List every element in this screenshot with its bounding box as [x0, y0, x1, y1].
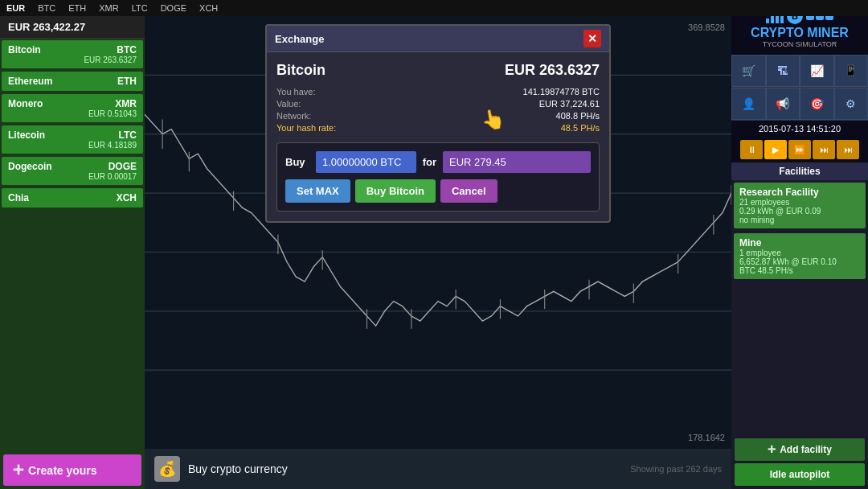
litecoin-price: EUR 4.18189 — [8, 141, 137, 150]
facility-mine[interactable]: Mine 1 employee 6,652.87 kWh @ EUR 0.10 … — [734, 233, 866, 279]
for-label: for — [423, 156, 436, 168]
chart-button[interactable]: 📈 — [800, 55, 834, 87]
target-button[interactable]: 🎯 — [800, 88, 834, 120]
play-button[interactable]: ▶ — [764, 140, 787, 159]
sidebar-item-chia[interactable]: Chia XCH — [2, 188, 143, 208]
buy-bitcoin-button[interactable]: Buy Bitcoin — [355, 179, 436, 203]
facility-mine-detail3: BTC 48.5 PH/s — [739, 266, 860, 275]
modal-coin-header: Bitcoin EUR 263.6327 — [276, 62, 600, 79]
bitcoin-name: Bitcoin — [8, 44, 41, 55]
exchange-input-row: Buy for — [285, 151, 591, 173]
facility-research-detail2: 0.29 kWh @ EUR 0.09 — [739, 207, 860, 216]
bitcoin-ticker: BTC — [117, 44, 137, 55]
plus-facility-icon: ✛ — [768, 444, 776, 455]
balance-display: EUR 263,422.27 — [0, 16, 145, 39]
monero-name: Monero — [8, 98, 43, 109]
cancel-button[interactable]: Cancel — [440, 179, 497, 203]
topbar-eur[interactable]: EUR — [6, 3, 25, 13]
facility-research-name: Research Facility — [739, 187, 860, 198]
hash-rate-value: 48.5 PH/s — [441, 123, 600, 133]
fast-forward-button[interactable]: ⏩ — [788, 140, 811, 159]
topbar-ltc[interactable]: LTC — [132, 3, 148, 13]
add-facility-button[interactable]: ✛ Add facility — [735, 438, 865, 461]
topbar-eth[interactable]: ETH — [68, 3, 86, 13]
pause-button[interactable]: ⏸ — [740, 140, 763, 159]
game-subtitle: TYCOON SIMULATOR — [738, 40, 862, 48]
modal-title: Exchange — [275, 33, 324, 45]
playback-controls: ⏸ ▶ ⏩ ⏭ ⏭ — [731, 137, 868, 162]
close-icon: ✕ — [588, 32, 597, 45]
fastest-forward-button[interactable]: ⏭ — [837, 140, 859, 159]
network-label: Network: — [276, 111, 435, 121]
facility-mine-name: Mine — [739, 237, 860, 249]
sidebar-item-litecoin[interactable]: Litecoin LTC EUR 4.18189 — [2, 125, 143, 154]
value-value: EUR 37,224.61 — [441, 99, 600, 109]
set-max-button[interactable]: Set MAX — [285, 179, 350, 203]
modal-coin-price: EUR 263.6327 — [505, 62, 600, 79]
modal-coin-name: Bitcoin — [276, 62, 326, 79]
buy-amount-input[interactable] — [316, 151, 416, 173]
dogecoin-name: Dogecoin — [8, 161, 52, 172]
top-bar: EUR BTC ETH XMR LTC DOGE XCH — [0, 0, 868, 16]
right-bottom-buttons: ✛ Add facility Idle autopilot — [731, 435, 868, 489]
ethereum-ticker: ETH — [117, 76, 137, 87]
topbar-xch[interactable]: XCH — [199, 3, 218, 13]
topbar-xmr[interactable]: XMR — [99, 3, 118, 13]
you-have-label: You have: — [276, 87, 435, 97]
add-facility-label: Add facility — [780, 444, 832, 455]
for-amount-input[interactable] — [443, 151, 591, 173]
buy-crypto-label: Buy crypto currency — [188, 462, 288, 475]
value-label: Value: — [276, 99, 435, 109]
right-icons-row-2: 👤 📢 🎯 ⚙ — [731, 88, 868, 121]
buy-label: Buy — [285, 156, 309, 168]
person-button[interactable]: 👤 — [731, 88, 766, 120]
network-value: 408.8 PH/s — [441, 111, 600, 121]
monero-price: EUR 0.51043 — [8, 109, 137, 118]
chart-footer: 💰 Buy crypto currency Showing past 262 d… — [145, 449, 731, 489]
ethereum-name: Ethereum — [8, 76, 52, 87]
set-max-label: Set MAX — [297, 185, 339, 197]
sidebar-item-bitcoin[interactable]: Bitcoin BTC EUR 263.6327 — [2, 40, 143, 68]
plus-icon: ✛ — [13, 462, 23, 478]
phone-button[interactable]: 📱 — [834, 55, 869, 87]
gear-button[interactable]: ⚙ — [834, 88, 869, 120]
facilities-label: Facilities — [779, 166, 820, 177]
modal-info-grid: You have: 141.19874778 BTC Value: EUR 37… — [276, 87, 600, 133]
wallet-emoji: 💰 — [158, 460, 176, 478]
cancel-label: Cancel — [452, 185, 486, 197]
showing-past-days: Showing past 262 days — [630, 464, 722, 474]
shop-button[interactable]: 🛒 — [731, 55, 766, 87]
sidebar-item-dogecoin[interactable]: Dogecoin DOGE EUR 0.00017 — [2, 157, 143, 185]
exchange-box: Buy for Set MAX Buy Bitcoin Cancel — [276, 142, 600, 212]
idle-autopilot-label: Idle autopilot — [770, 469, 830, 480]
facility-research-detail1: 21 employees — [739, 198, 860, 207]
facility-research[interactable]: Research Facility 21 employees 0.29 kWh … — [734, 183, 866, 228]
topbar-btc[interactable]: BTC — [38, 3, 55, 13]
megaphone-button[interactable]: 📢 — [766, 88, 800, 120]
right-icons-row-1: 🛒 🏗 📈 📱 — [731, 55, 868, 88]
dogecoin-ticker: DOGE — [108, 161, 137, 172]
right-sidebar: B CRYPTO MINER TYCOON SIMULATOR 🛒 🏗 📈 📱 … — [731, 0, 868, 489]
create-yours-button[interactable]: ✛ Create yours — [3, 454, 141, 486]
create-yours-label: Create yours — [28, 464, 97, 477]
wallet-icon: 💰 — [154, 456, 180, 482]
modal-body: Bitcoin EUR 263.6327 You have: 141.19874… — [267, 52, 609, 221]
exchange-buttons: Set MAX Buy Bitcoin Cancel — [285, 179, 591, 203]
monero-ticker: XMR — [115, 98, 137, 109]
chia-ticker: XCH — [117, 192, 137, 203]
dogecoin-price: EUR 0.00017 — [8, 172, 137, 181]
sidebar-item-monero[interactable]: Monero XMR EUR 0.51043 — [2, 94, 143, 122]
exchange-modal: Exchange ✕ Bitcoin EUR 263.6327 You have… — [265, 24, 611, 223]
modal-close-button[interactable]: ✕ — [583, 30, 601, 47]
you-have-value: 141.19874778 BTC — [441, 87, 600, 97]
faster-forward-button[interactable]: ⏭ — [813, 140, 835, 159]
idle-autopilot-button[interactable]: Idle autopilot — [735, 463, 865, 486]
building-button[interactable]: 🏗 — [766, 55, 800, 87]
game-title: CRYPTO MINER — [738, 26, 862, 40]
sidebar-item-ethereum[interactable]: Ethereum ETH — [2, 72, 143, 91]
litecoin-ticker: LTC — [119, 129, 137, 141]
facility-mine-detail2: 6,652.87 kWh @ EUR 0.10 — [739, 257, 860, 266]
topbar-doge[interactable]: DOGE — [161, 3, 186, 13]
facility-mine-detail1: 1 employee — [739, 249, 860, 257]
chia-name: Chia — [8, 192, 29, 203]
